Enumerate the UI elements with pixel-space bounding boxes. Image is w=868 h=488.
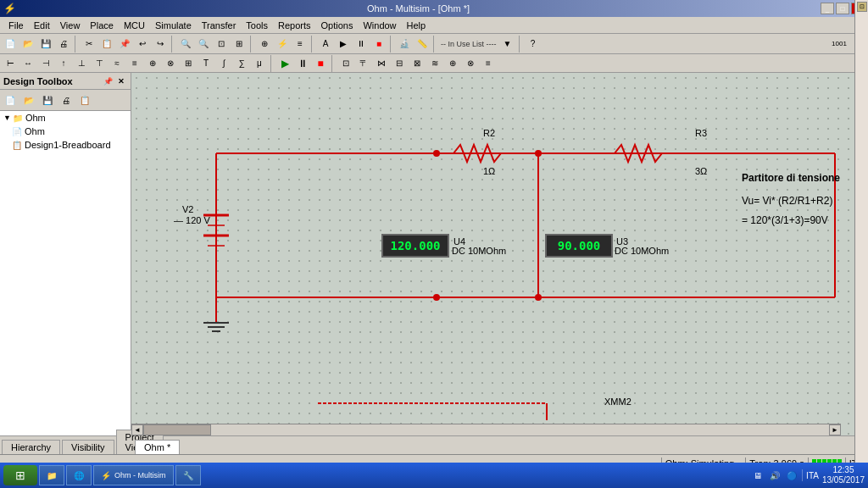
tree-item-ohm-root[interactable]: ▼ 📁 Ohm bbox=[0, 111, 131, 125]
tb2-btn2[interactable]: ↔ bbox=[19, 55, 36, 72]
tray-sep bbox=[802, 469, 803, 481]
tb2-btn14[interactable]: ∑ bbox=[233, 55, 250, 72]
taskbar-multisim-label: Ohm - Multisim bbox=[114, 471, 166, 480]
hscroll-right-btn[interactable]: ► bbox=[829, 424, 841, 435]
sidebar-open-btn[interactable]: 📂 bbox=[20, 92, 37, 108]
taskbar-multisim[interactable]: ⚡ Ohm - Multisim bbox=[93, 465, 174, 485]
tb2-btn15[interactable]: μ bbox=[251, 55, 268, 72]
taskbar-ni[interactable]: 🔧 bbox=[175, 465, 201, 485]
tb2-btn1[interactable]: ⊢ bbox=[2, 55, 19, 72]
copy-btn[interactable]: 📋 bbox=[98, 36, 115, 53]
tray-bluetooth-icon: 🔵 bbox=[785, 469, 798, 482]
tb2-btn6[interactable]: ⊤ bbox=[91, 55, 108, 72]
tree-item-design1[interactable]: 📋 Design1-Breadboard bbox=[0, 138, 131, 152]
tb2-inst9[interactable]: ≡ bbox=[480, 55, 497, 72]
tb2-btn9[interactable]: ⊕ bbox=[144, 55, 161, 72]
tb2-btn5[interactable]: ⊥ bbox=[73, 55, 90, 72]
sidebar-print-btn[interactable]: 🖨 bbox=[58, 92, 75, 108]
sidebar: Design Toolbox 📌 ✕ 📄 📂 💾 🖨 📋 ▼ 📁 Ohm 📄 O… bbox=[0, 73, 131, 435]
menu-view[interactable]: View bbox=[55, 19, 86, 32]
sidebar-sch-btn[interactable]: 📋 bbox=[76, 92, 93, 108]
tb2-inst1[interactable]: ⊡ bbox=[337, 55, 354, 72]
pause-btn[interactable]: ⏸ bbox=[353, 36, 370, 53]
taskbar-ie[interactable]: 🌐 bbox=[66, 465, 92, 485]
tab-hierarchy[interactable]: Hierarchy bbox=[2, 440, 60, 454]
print-btn[interactable]: 🖨 bbox=[55, 36, 72, 53]
menu-reports[interactable]: Reports bbox=[273, 19, 316, 32]
menu-edit[interactable]: Edit bbox=[29, 19, 55, 32]
new-btn[interactable]: 📄 bbox=[2, 36, 19, 53]
tb2-btn11[interactable]: ⊞ bbox=[180, 55, 197, 72]
sim-pause-btn[interactable]: ⏸ bbox=[294, 55, 311, 72]
tab-ohm-schematic[interactable]: Ohm * bbox=[135, 440, 180, 454]
simulate-btn[interactable]: ▶ bbox=[335, 36, 352, 53]
zoom-area-btn[interactable]: ⊞ bbox=[231, 36, 248, 53]
tb2-btn3[interactable]: ⊣ bbox=[37, 55, 54, 72]
hscrollbar[interactable]: ◄ ► bbox=[131, 424, 841, 435]
annotation-line1: Partitore di tensione bbox=[742, 170, 840, 186]
stop-btn[interactable]: ■ bbox=[370, 36, 387, 53]
annotate-btn[interactable]: A bbox=[317, 36, 334, 53]
taskbar-file-explorer[interactable]: 📁 bbox=[39, 465, 64, 485]
menu-place[interactable]: Place bbox=[85, 19, 119, 32]
tb2-btn4[interactable]: ↑ bbox=[55, 55, 72, 72]
tb2-btn7[interactable]: ≈ bbox=[108, 55, 125, 72]
menu-mcu[interactable]: MCU bbox=[119, 19, 150, 32]
tree-breadboard-label: Design1-Breadboard bbox=[25, 140, 111, 150]
tb2-btn12[interactable]: T bbox=[198, 55, 214, 72]
list-dropdown-btn[interactable]: ▼ bbox=[499, 36, 516, 53]
hscroll-left-btn[interactable]: ◄ bbox=[131, 424, 143, 435]
tb2-btn10[interactable]: ⊗ bbox=[162, 55, 179, 72]
tb2-inst2[interactable]: 〒 bbox=[355, 55, 372, 72]
sidebar-pin-btn[interactable]: 📌 bbox=[102, 75, 114, 87]
tb2-btn8[interactable]: ≡ bbox=[126, 55, 143, 72]
menu-transfer[interactable]: Transfer bbox=[197, 19, 242, 32]
paste-btn[interactable]: 📌 bbox=[116, 36, 133, 53]
menu-bar: File Edit View Place MCU Simulate Transf… bbox=[0, 17, 868, 34]
bus-btn[interactable]: ≡ bbox=[292, 36, 309, 53]
instrument-strip-btn[interactable]: ⊡ bbox=[857, 2, 867, 12]
tb2-inst7[interactable]: ⊕ bbox=[444, 55, 461, 72]
menu-tools[interactable]: Tools bbox=[241, 19, 273, 32]
tb2-inst8[interactable]: ⊗ bbox=[462, 55, 479, 72]
undo-btn[interactable]: ↩ bbox=[134, 36, 151, 53]
tb2-btn13[interactable]: ∫ bbox=[215, 55, 232, 72]
tb2-inst5[interactable]: ⊠ bbox=[409, 55, 426, 72]
tree-item-ohm-schematic[interactable]: 📄 Ohm bbox=[0, 125, 131, 138]
sep3 bbox=[250, 36, 253, 53]
zoom-fit-btn[interactable]: ⊡ bbox=[213, 36, 230, 53]
tb2-inst3[interactable]: ⋈ bbox=[373, 55, 390, 72]
hscroll-thumb[interactable] bbox=[143, 424, 211, 435]
save-btn[interactable]: 💾 bbox=[37, 36, 54, 53]
wire-btn[interactable]: ⚡ bbox=[274, 36, 291, 53]
zoom-out-btn[interactable]: 🔍 bbox=[195, 36, 212, 53]
probe-btn[interactable]: 🔬 bbox=[396, 36, 413, 53]
zoom-in-btn[interactable]: 🔍 bbox=[177, 36, 194, 53]
minimize-button[interactable]: _ bbox=[821, 3, 834, 14]
measure-btn[interactable]: 📏 bbox=[414, 36, 431, 53]
start-button[interactable]: ⊞ bbox=[3, 465, 37, 485]
tab-visibility[interactable]: Visibility bbox=[62, 440, 114, 454]
menu-window[interactable]: Window bbox=[358, 19, 401, 32]
cut-btn[interactable]: ✂ bbox=[81, 36, 97, 53]
menu-file[interactable]: File bbox=[3, 19, 29, 32]
circuit-canvas-area[interactable]: V2 — 120 V R2 1Ω R3 3Ω 120.000 U4 DC 10M… bbox=[131, 73, 854, 435]
open-btn[interactable]: 📂 bbox=[19, 36, 36, 53]
extra-btn1[interactable]: 1001 bbox=[831, 36, 848, 53]
restore-button[interactable]: □ bbox=[836, 3, 849, 14]
tb2-inst6[interactable]: ≋ bbox=[426, 55, 443, 72]
tb2-inst4[interactable]: ⊟ bbox=[391, 55, 408, 72]
sim-play-btn[interactable]: ▶ bbox=[276, 55, 293, 72]
circuit-canvas[interactable]: V2 — 120 V R2 1Ω R3 3Ω 120.000 U4 DC 10M… bbox=[131, 73, 854, 435]
sim-stop-btn[interactable]: ■ bbox=[312, 55, 329, 72]
redo-btn[interactable]: ↪ bbox=[152, 36, 169, 53]
menu-simulate[interactable]: Simulate bbox=[150, 19, 197, 32]
sidebar-new-btn[interactable]: 📄 bbox=[2, 92, 19, 108]
help-btn[interactable]: ? bbox=[525, 36, 542, 53]
component-btn[interactable]: ⊕ bbox=[256, 36, 273, 53]
menu-options[interactable]: Options bbox=[316, 19, 359, 32]
sidebar-save-btn[interactable]: 💾 bbox=[39, 92, 56, 108]
in-use-label: -- In Use List ---- bbox=[439, 40, 498, 48]
menu-help[interactable]: Help bbox=[402, 19, 431, 32]
sidebar-close-btn[interactable]: ✕ bbox=[115, 75, 127, 87]
